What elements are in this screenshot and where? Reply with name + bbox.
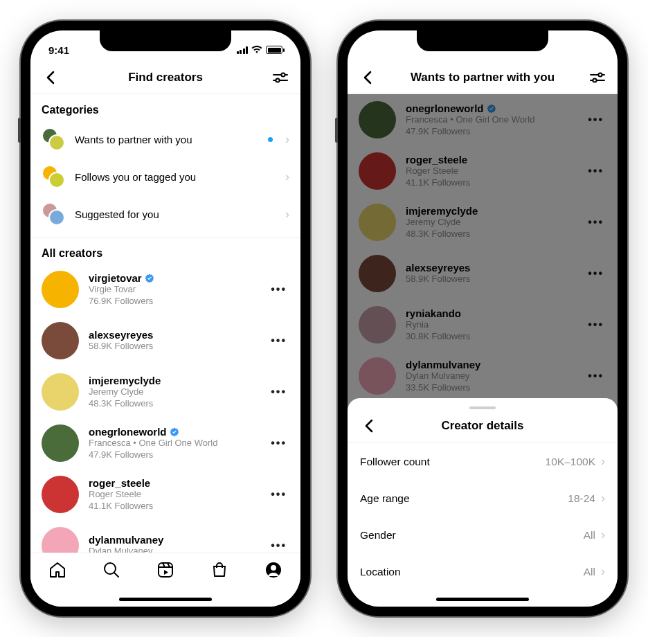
- page-title: Wants to partner with you: [411, 71, 555, 84]
- svg-point-1: [276, 78, 279, 82]
- creator-subtitle: 58.9K Followers: [89, 341, 258, 352]
- category-row[interactable]: Suggested for you›: [30, 195, 300, 233]
- notch: [100, 30, 231, 51]
- avatar[interactable]: [42, 527, 79, 553]
- filter-label: Location: [360, 566, 401, 578]
- category-label: Wants to partner with you: [75, 134, 258, 145]
- creator-subtitle: Jeremy Clyde48.3K Followers: [89, 386, 258, 409]
- more-button[interactable]: •••: [268, 334, 289, 347]
- filter-button[interactable]: [270, 67, 291, 88]
- filter-row[interactable]: Follower count10K–100K ›: [348, 443, 618, 480]
- avatar[interactable]: [42, 476, 79, 513]
- creator-username: virgietovar: [89, 272, 258, 284]
- screen: 9:41 Find creators Categories Wants to p…: [30, 30, 300, 607]
- home-indicator[interactable]: [119, 598, 212, 601]
- signal-icon: [237, 46, 249, 54]
- filter-value: 18-24 ›: [568, 491, 605, 506]
- avatar-stack: [42, 127, 65, 151]
- avatar[interactable]: [42, 322, 79, 359]
- filter-sheet: Creator details Follower count10K–100K ›…: [348, 398, 618, 607]
- creator-row[interactable]: dylanmulvaneyDylan Mulvaney•••: [30, 520, 300, 553]
- nav-header: Find creators: [30, 61, 300, 94]
- verified-icon: [170, 427, 179, 437]
- more-button[interactable]: •••: [268, 283, 289, 296]
- svg-rect-3: [159, 563, 172, 577]
- category-label: Suggested for you: [75, 208, 276, 220]
- tab-shop[interactable]: [210, 560, 229, 580]
- tab-bar: [30, 553, 300, 607]
- avatar[interactable]: [48, 209, 65, 226]
- notch: [417, 30, 548, 51]
- creator-row[interactable]: roger_steeleRoger Steele41.1K Followers•…: [30, 469, 300, 520]
- creator-row[interactable]: alexseyreyes58.9K Followers•••: [30, 315, 300, 366]
- more-button[interactable]: •••: [268, 437, 289, 449]
- filter-row[interactable]: LocationAll ›: [348, 553, 618, 590]
- tab-home[interactable]: [48, 560, 67, 580]
- svg-point-5: [271, 565, 276, 571]
- content-scroll[interactable]: Categories Wants to partner with you›Fol…: [30, 94, 300, 553]
- creator-username: roger_steele: [89, 477, 258, 489]
- avatar[interactable]: [48, 172, 65, 188]
- section-title-categories: Categories: [30, 94, 300, 120]
- chevron-right-icon: ›: [285, 170, 289, 184]
- category-row[interactable]: Follows you or tagged you›: [30, 158, 300, 195]
- verified-icon: [145, 274, 154, 283]
- avatar-stack: [42, 202, 65, 226]
- filter-value: All ›: [584, 564, 605, 579]
- battery-icon: [266, 46, 282, 54]
- creator-row[interactable]: onegrloneworld Francesca • One Girl One …: [30, 418, 300, 469]
- chevron-right-icon: ›: [601, 528, 605, 542]
- sheet-header: Creator details: [348, 416, 618, 443]
- phone-frame-right: Wants to partner with you onegrloneworld…: [338, 21, 627, 616]
- chevron-right-icon: ›: [601, 564, 605, 579]
- creator-info: virgietovar Virgie Tovar76.9K Followers: [89, 272, 258, 307]
- more-button[interactable]: •••: [268, 386, 289, 398]
- sheet-back-button[interactable]: [359, 415, 379, 436]
- filter-row[interactable]: Age range18-24 ›: [348, 480, 618, 517]
- page-title: Find creators: [128, 71, 203, 84]
- more-button[interactable]: •••: [268, 488, 289, 501]
- creator-row[interactable]: imjeremyclydeJeremy Clyde48.3K Followers…: [30, 366, 300, 418]
- nav-header: Wants to partner with you: [348, 61, 618, 94]
- creator-subtitle: Francesca • One Girl One World47.9K Foll…: [89, 438, 258, 460]
- svg-point-7: [593, 78, 596, 82]
- wifi-icon: [251, 44, 262, 56]
- creator-username: alexseyreyes: [89, 329, 258, 341]
- svg-point-0: [281, 73, 285, 76]
- chevron-right-icon: ›: [285, 132, 289, 147]
- chevron-right-icon: ›: [285, 207, 289, 222]
- creator-info: dylanmulvaneyDylan Mulvaney: [89, 534, 258, 553]
- more-button[interactable]: •••: [268, 539, 289, 552]
- chevron-right-icon: ›: [601, 454, 605, 469]
- category-label: Follows you or tagged you: [75, 171, 276, 183]
- filter-value: All ›: [584, 528, 605, 542]
- creator-subtitle: Virgie Tovar76.9K Followers: [89, 284, 258, 307]
- tab-search[interactable]: [102, 560, 121, 580]
- creator-subtitle: Roger Steele41.1K Followers: [89, 489, 258, 512]
- avatar[interactable]: [42, 424, 79, 462]
- creator-subtitle: Dylan Mulvaney: [89, 546, 258, 553]
- svg-point-6: [598, 73, 602, 76]
- avatar[interactable]: [42, 373, 79, 411]
- creator-username: onegrloneworld: [89, 426, 258, 438]
- phone-frame-left: 9:41 Find creators Categories Wants to p…: [21, 21, 310, 616]
- filter-value: 10K–100K ›: [546, 454, 605, 469]
- filter-label: Follower count: [360, 456, 430, 468]
- creator-row[interactable]: virgietovar Virgie Tovar76.9K Followers•…: [30, 264, 300, 315]
- back-button[interactable]: [357, 67, 378, 88]
- creator-info: roger_steeleRoger Steele41.1K Followers: [89, 477, 258, 512]
- back-button[interactable]: [40, 67, 61, 88]
- category-row[interactable]: Wants to partner with you›: [30, 120, 300, 158]
- sheet-grab-handle[interactable]: [469, 406, 496, 409]
- tab-reels[interactable]: [156, 560, 175, 580]
- filter-button[interactable]: [587, 67, 608, 88]
- avatar-stack: [42, 165, 65, 188]
- chevron-right-icon: ›: [601, 491, 605, 506]
- avatar[interactable]: [48, 134, 65, 151]
- status-time: 9:41: [48, 44, 69, 56]
- avatar[interactable]: [42, 271, 79, 308]
- tab-profile[interactable]: [264, 560, 283, 580]
- home-indicator[interactable]: [436, 598, 529, 601]
- section-title-all-creators: All creators: [30, 238, 300, 264]
- filter-row[interactable]: GenderAll ›: [348, 517, 618, 553]
